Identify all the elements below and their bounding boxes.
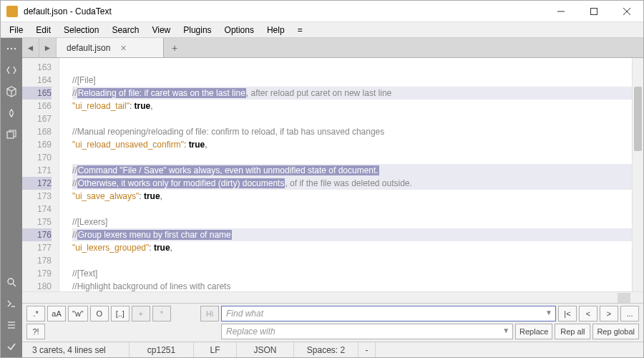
code-line[interactable]: "ui_lexers_grouped": true, — [72, 241, 632, 254]
console-icon[interactable] — [1, 293, 22, 314]
find-nav-3[interactable]: ... — [620, 306, 639, 321]
line-number[interactable]: 163 — [22, 61, 52, 74]
dropdown-icon[interactable]: ▼ — [502, 326, 509, 334]
vertical-scrollbar[interactable] — [632, 58, 643, 291]
line-number[interactable]: 165 — [22, 87, 52, 100]
code-line[interactable]: //Otherwise, it works only for modified … — [72, 177, 632, 190]
line-number[interactable]: 173 — [22, 190, 52, 203]
code-line[interactable] — [72, 151, 632, 164]
line-number[interactable]: 169 — [22, 138, 52, 151]
tab-strip: ◄ ► default.json × + — [22, 38, 643, 58]
status-spaces[interactable]: Spaces: 2 — [294, 342, 358, 357]
line-number[interactable]: 175 — [22, 216, 52, 228]
line-number[interactable]: 180 — [22, 280, 52, 291]
maximize-button[interactable] — [577, 1, 610, 22]
menu-help[interactable]: Help — [261, 24, 291, 37]
tab-close-icon[interactable]: × — [120, 42, 126, 54]
horizontal-scrollbar[interactable] — [22, 291, 643, 303]
find-nav-0[interactable]: |< — [558, 306, 577, 321]
line-number[interactable]: 172 — [22, 177, 52, 190]
code-line[interactable]: //[File] — [72, 74, 632, 87]
editor[interactable]: 1631641651661671681691701711721731741751… — [22, 58, 643, 291]
code-line[interactable] — [72, 112, 632, 125]
code-line[interactable]: //Reloading of file: if caret was on the… — [72, 87, 632, 100]
sidebar-menu-icon[interactable] — [1, 38, 22, 59]
status-carets[interactable]: 3 carets, 4 lines sel — [22, 342, 130, 357]
code-line[interactable] — [72, 254, 632, 267]
status-zoom[interactable]: - — [358, 342, 376, 357]
line-number[interactable]: 164 — [22, 74, 52, 87]
replace-action-1[interactable]: Rep all — [555, 324, 590, 339]
output-icon[interactable] — [1, 314, 22, 336]
line-number[interactable]: 178 — [22, 254, 52, 267]
find-nav-1[interactable]: < — [579, 306, 597, 321]
line-number[interactable]: 167 — [22, 112, 52, 125]
new-tab-button[interactable]: + — [164, 38, 185, 57]
find-opt-0[interactable]: .* — [26, 306, 45, 321]
line-number[interactable]: 170 — [22, 151, 52, 164]
code-line[interactable] — [72, 203, 632, 216]
dropdown-icon[interactable]: ▼ — [545, 309, 552, 316]
code-line[interactable]: //Highlight background of lines with car… — [72, 280, 632, 291]
delta-icon[interactable] — [1, 102, 22, 124]
find-opt-6[interactable]: * — [152, 306, 171, 321]
minimize-button[interactable] — [545, 1, 577, 22]
find-placeholder: Find what — [226, 309, 263, 319]
search-icon[interactable] — [1, 271, 22, 293]
find-help-button[interactable]: ?! — [26, 324, 45, 339]
code-area[interactable]: //[File]//Reloading of file: if caret wa… — [59, 58, 632, 291]
replace-action-0[interactable]: Replace — [515, 324, 552, 339]
menu-file[interactable]: File — [4, 24, 29, 37]
replace-action-2[interactable]: Rep global — [592, 324, 639, 339]
menu-search[interactable]: Search — [106, 24, 145, 37]
app-icon — [6, 6, 18, 17]
find-nav-2[interactable]: > — [600, 306, 618, 321]
code-tree-icon[interactable] — [1, 59, 22, 81]
svg-rect-1 — [591, 8, 597, 14]
code-line[interactable] — [72, 61, 632, 74]
code-line[interactable]: //Group lexers menu by first char of nam… — [72, 228, 632, 241]
menu-=[interactable]: = — [292, 24, 308, 37]
status-lexer[interactable]: JSON — [237, 342, 294, 357]
validate-icon[interactable] — [1, 336, 22, 357]
menu-options[interactable]: Options — [219, 24, 260, 37]
find-opt-1[interactable]: aA — [47, 306, 66, 321]
replace-input[interactable]: Replace with ▼ — [221, 324, 513, 339]
line-number[interactable]: 176 — [22, 228, 52, 241]
menu-view[interactable]: View — [146, 24, 176, 37]
code-line[interactable]: "ui_save_always": true, — [72, 190, 632, 203]
line-number[interactable]: 174 — [22, 203, 52, 216]
menu-edit[interactable]: Edit — [30, 24, 57, 37]
find-opt-4[interactable]: [..] — [111, 306, 130, 321]
code-line[interactable]: "ui_reload_unsaved_confirm": true, — [72, 138, 632, 151]
tab-next-icon[interactable]: ► — [39, 38, 57, 57]
line-number[interactable]: 166 — [22, 100, 52, 112]
code-line[interactable]: "ui_reload_tail": true, — [72, 100, 632, 112]
code-line[interactable]: //[Text] — [72, 267, 632, 280]
code-line[interactable]: //Command "File / Save" works always, ev… — [72, 164, 632, 177]
code-line[interactable]: //Manual reopening/reloading of file: co… — [72, 125, 632, 138]
menu-plugins[interactable]: Plugins — [177, 24, 217, 37]
find-opt-2[interactable]: "w" — [68, 306, 88, 321]
find-opt-5[interactable]: + — [132, 306, 150, 321]
line-number[interactable]: 179 — [22, 267, 52, 280]
tab-default-json[interactable]: default.json × — [57, 38, 164, 57]
status-line-ending[interactable]: LF — [194, 342, 237, 357]
minimap-corner[interactable] — [618, 293, 630, 303]
tab-label: default.json — [67, 43, 110, 53]
line-number[interactable]: 171 — [22, 164, 52, 177]
line-number[interactable]: 168 — [22, 125, 52, 138]
project-icon[interactable] — [1, 81, 22, 102]
tabs-icon[interactable] — [1, 124, 22, 145]
find-opt-3[interactable]: O — [90, 306, 109, 321]
code-line[interactable]: //[Lexers] — [72, 216, 632, 228]
line-number[interactable]: 177 — [22, 241, 52, 254]
find-input[interactable]: Find what ▼ — [221, 306, 556, 321]
tab-prev-icon[interactable]: ◄ — [22, 38, 39, 57]
close-button[interactable] — [610, 1, 643, 22]
highlight-all-button[interactable]: Hi — [200, 306, 219, 321]
menu-selection[interactable]: Selection — [58, 24, 104, 37]
gutter[interactable]: 1631641651661671681691701711721731741751… — [22, 58, 59, 291]
scrollbar-thumb[interactable] — [634, 87, 642, 151]
status-encoding[interactable]: cp1251 — [130, 342, 194, 357]
